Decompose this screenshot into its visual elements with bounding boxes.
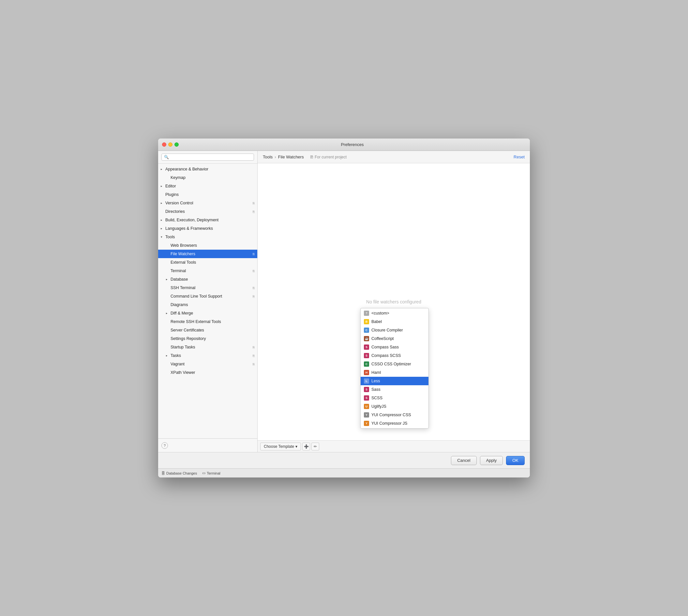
reset-button[interactable]: Reset <box>514 154 525 159</box>
dropdown-item-icon-babel: B <box>364 319 369 324</box>
sidebar-item-external-tools[interactable]: External Tools <box>158 258 257 267</box>
sidebar-item-editor[interactable]: ▸Editor <box>158 182 257 190</box>
dropdown-item-icon-yui-css: Y <box>364 412 369 418</box>
sidebar-item-label-keymap: Keymap <box>171 175 255 180</box>
sidebar-item-keymap[interactable]: Keymap <box>158 173 257 182</box>
dropdown-item-icon-scss: S <box>364 395 369 400</box>
search-icon: 🔍 <box>164 155 169 159</box>
sidebar-item-xpath-viewer[interactable]: XPath Viewer <box>158 368 257 377</box>
action-bar: Cancel Apply OK <box>158 452 530 468</box>
sidebar-item-settings-repo[interactable]: Settings Repository <box>158 334 257 343</box>
dropdown-item-uglifyjs[interactable]: UUglifyJS <box>361 402 428 411</box>
sidebar-item-terminal[interactable]: Terminal⎘ <box>158 267 257 275</box>
sidebar-item-label-version-control: Version Control <box>165 201 251 205</box>
content-header: Tools › File Watchers 🖹 For current proj… <box>258 151 530 163</box>
dropdown-item-compass-sass[interactable]: SCompass Sass <box>361 343 428 351</box>
sidebar-item-plugins[interactable]: Plugins <box>158 190 257 199</box>
sidebar-item-cmdline[interactable]: Command Line Tool Support⎘ <box>158 292 257 301</box>
dropdown-item-csso[interactable]: CCSSO CSS Optimizer <box>361 360 428 368</box>
edit-icon: ✏ <box>314 444 317 449</box>
sidebar-item-tasks[interactable]: ▸Tasks⎘ <box>158 351 257 360</box>
db-changes-label: Database Changes <box>166 471 197 475</box>
sidebar-item-remote-ssh[interactable]: Remote SSH External Tools <box>158 317 257 326</box>
dropdown-item-label-haml: Haml <box>371 370 381 375</box>
dropdown-item-icon-closure: C <box>364 328 369 333</box>
dropdown-item-haml[interactable]: HHaml <box>361 368 428 377</box>
sidebar: 🔍 ▸Appearance & BehaviorKeymap▸EditorPlu… <box>158 151 258 452</box>
sidebar-item-tools[interactable]: ▾Tools <box>158 233 257 241</box>
dropdown-item-scss[interactable]: SSCSS <box>361 394 428 402</box>
ok-button[interactable]: OK <box>506 456 525 465</box>
dropdown-item-sass[interactable]: SSass <box>361 385 428 394</box>
dropdown-item-babel[interactable]: BBabel <box>361 317 428 326</box>
sidebar-item-server-certs[interactable]: Server Certificates <box>158 326 257 334</box>
dropdown-item-yui-css[interactable]: YYUI Compressor CSS <box>361 411 428 419</box>
sidebar-item-label-diagrams: Diagrams <box>171 303 255 307</box>
dropdown-item-icon-csso: C <box>364 361 369 367</box>
sidebar-item-web-browsers[interactable]: Web Browsers <box>158 241 257 250</box>
dropdown-item-label-compass-scss: Compass SCSS <box>371 353 401 358</box>
sidebar-item-ssh-terminal[interactable]: SSH Terminal⎘ <box>158 284 257 292</box>
sidebar-item-label-diff-merge: Diff & Merge <box>171 311 255 315</box>
sidebar-item-languages[interactable]: ▸Languages & Frameworks <box>158 224 257 233</box>
empty-message: No file watchers configured <box>366 299 421 304</box>
choose-template-label: Choose Template <box>264 444 294 449</box>
copy-icon-directories: ⎘ <box>253 210 255 214</box>
cancel-button[interactable]: Cancel <box>451 456 476 465</box>
traffic-lights <box>162 142 179 147</box>
edit-button[interactable]: ✏ <box>311 443 319 450</box>
dropdown-item-icon-yui-js: Y <box>364 421 369 426</box>
dropdown-item-icon-compass-sass: S <box>364 345 369 350</box>
dropdown-item-custom[interactable]: ?<custom> <box>361 309 428 317</box>
dropdown-item-coffeescript[interactable]: ☕CoffeeScript <box>361 334 428 343</box>
template-dropdown: ?<custom>BBabelCClosure Compiler☕CoffeeS… <box>360 308 429 428</box>
choose-template-button[interactable]: Choose Template ▾ <box>260 443 301 450</box>
dropdown-item-compass-scss[interactable]: SCompass SCSS <box>361 351 428 360</box>
help-button[interactable]: ? <box>162 442 168 449</box>
breadcrumb-separator: › <box>275 154 276 159</box>
sidebar-item-diff-merge[interactable]: ▸Diff & Merge <box>158 309 257 317</box>
minimize-button[interactable] <box>168 142 172 147</box>
dropdown-item-label-babel: Babel <box>371 320 382 324</box>
add-button[interactable]: ➕ <box>302 443 310 450</box>
dropdown-item-icon-coffeescript: ☕ <box>364 336 369 341</box>
breadcrumb-root: Tools <box>263 154 273 159</box>
sidebar-item-label-web-browsers: Web Browsers <box>171 243 255 248</box>
dropdown-item-yui-js[interactable]: YYUI Compressor JS <box>361 419 428 427</box>
close-button[interactable] <box>162 142 166 147</box>
copy-icon-startup-tasks: ⎘ <box>253 346 255 349</box>
dropdown-item-icon-less: L <box>364 378 369 383</box>
sidebar-item-diagrams[interactable]: Diagrams <box>158 301 257 309</box>
sidebar-item-version-control[interactable]: ▸Version Control⎘ <box>158 199 257 207</box>
dropdown-item-icon-uglifyjs: U <box>364 404 369 409</box>
dropdown-item-label-csso: CSSO CSS Optimizer <box>371 362 411 366</box>
sidebar-item-label-server-certs: Server Certificates <box>171 328 255 332</box>
sidebar-item-label-directories: Directories <box>165 209 251 214</box>
maximize-button[interactable] <box>174 142 179 147</box>
dropdown-item-label-yui-css: YUI Compressor CSS <box>371 413 411 417</box>
sidebar-item-build[interactable]: ▸Build, Execution, Deployment <box>158 216 257 224</box>
sidebar-item-label-build: Build, Execution, Deployment <box>165 218 255 222</box>
expand-arrow-editor: ▸ <box>161 184 165 188</box>
db-changes-item[interactable]: 🗄 Database Changes <box>162 471 197 475</box>
sidebar-item-appearance[interactable]: ▸Appearance & Behavior <box>158 165 257 173</box>
dropdown-item-less[interactable]: LLess <box>361 377 428 385</box>
sidebar-item-directories[interactable]: Directories⎘ <box>158 207 257 216</box>
sidebar-item-startup-tasks[interactable]: Startup Tasks⎘ <box>158 343 257 351</box>
dropdown-item-label-custom: <custom> <box>371 311 389 315</box>
sidebar-item-label-cmdline: Command Line Tool Support <box>171 294 251 299</box>
dropdown-item-label-uglifyjs: UglifyJS <box>371 404 386 409</box>
expand-arrow-build: ▸ <box>161 218 165 222</box>
expand-arrow-database: ▸ <box>166 278 171 281</box>
apply-button[interactable]: Apply <box>480 456 503 465</box>
sidebar-item-label-editor: Editor <box>165 184 255 189</box>
search-input[interactable] <box>171 155 251 159</box>
terminal-item[interactable]: ▭ Terminal <box>202 471 220 475</box>
sidebar-tree: ▸Appearance & BehaviorKeymap▸EditorPlugi… <box>158 163 257 438</box>
sidebar-item-database[interactable]: ▸Database <box>158 275 257 284</box>
sidebar-item-label-appearance: Appearance & Behavior <box>165 167 255 172</box>
sidebar-item-file-watchers[interactable]: File Watchers⎘ <box>158 250 257 258</box>
copy-icon-version-control: ⎘ <box>253 201 255 205</box>
dropdown-item-closure[interactable]: CClosure Compiler <box>361 326 428 334</box>
sidebar-item-vagrant[interactable]: Vagrant⎘ <box>158 360 257 368</box>
